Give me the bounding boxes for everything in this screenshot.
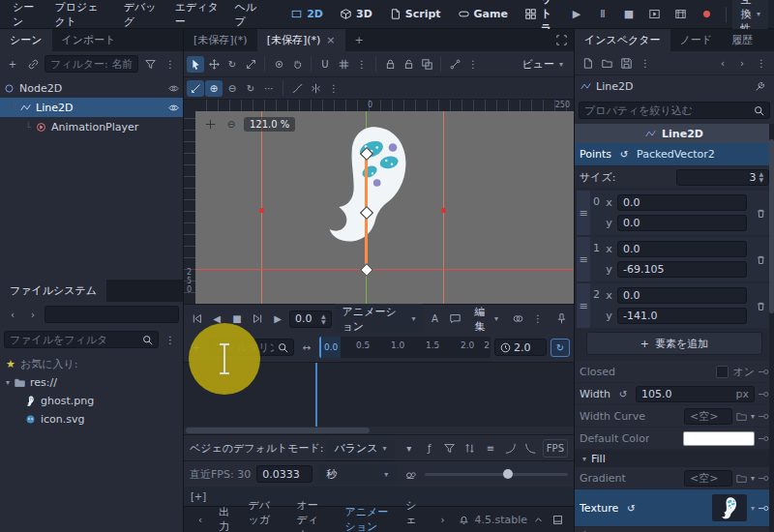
resource-more-button[interactable]: ⋮ <box>637 55 654 72</box>
timeline-ruler[interactable]: 0.0 0.5 1.0 1.5 2.0 2 <box>319 337 491 358</box>
pin-bottom-panel-button[interactable] <box>549 512 566 528</box>
tab-scene[interactable]: シーン <box>0 29 52 51</box>
drag-handle[interactable]: ≡ <box>577 237 590 281</box>
instantiate-scene-button[interactable] <box>24 56 42 73</box>
guide-dot-right[interactable] <box>441 208 446 213</box>
bottom-tab-audio[interactable]: オーディオ <box>289 495 336 532</box>
anim-more-button[interactable]: ⋮ <box>529 310 547 327</box>
tool-menu-button[interactable] <box>751 78 768 95</box>
scene-dock-more-button[interactable]: ⋮ <box>162 56 179 73</box>
extra-tool-1-button[interactable] <box>288 80 306 97</box>
go-to-start-button[interactable] <box>188 310 205 327</box>
texture-thumbnail[interactable] <box>712 494 747 521</box>
view-menu-button[interactable]: ビュー ▾ <box>514 54 571 74</box>
bezier-mode-dropdown[interactable]: バランス ▾ <box>327 438 395 458</box>
autoplay-button[interactable]: A <box>426 310 443 327</box>
canvas-2d[interactable]: ⊖ 121.0 % <box>195 111 574 304</box>
folder-icon[interactable] <box>736 473 747 484</box>
play-custom-scene-button[interactable] <box>670 5 693 24</box>
add-element-button[interactable]: + 要素を追加 <box>586 332 762 355</box>
menu-help[interactable]: ヘルプ <box>228 0 269 33</box>
property-points[interactable]: Points ↺ PackedVector2 <box>575 143 774 166</box>
panel-nav-right[interactable]: › <box>433 512 451 528</box>
property-filter-input[interactable] <box>584 104 750 117</box>
tab-node[interactable]: ノード <box>670 29 723 51</box>
edit-points-button[interactable] <box>187 80 204 97</box>
category-line2d[interactable]: Line2D <box>575 124 774 143</box>
fs-back-button[interactable]: ‹ <box>4 307 21 323</box>
play-forwards-button[interactable] <box>249 310 266 327</box>
anim-time-field[interactable]: 0.0 ▲▼ <box>289 310 332 328</box>
scrollbar-thumb[interactable] <box>186 428 370 433</box>
pause-button[interactable]: Ⅱ <box>591 5 614 24</box>
filter-tracks-button[interactable] <box>441 440 459 457</box>
favorites-row[interactable]: ★ お気に入り: <box>0 355 183 373</box>
snap-options-button[interactable]: ⋮ <box>353 56 371 73</box>
mode-2d[interactable]: 2D <box>283 4 331 24</box>
color-swatch[interactable] <box>683 431 755 446</box>
size-stepper[interactable]: ▲▼ <box>759 171 763 183</box>
scene-tab-2[interactable]: [未保存](*) × <box>257 29 345 51</box>
snap-keys-button[interactable]: ▾ <box>401 440 418 457</box>
ghost-sprite[interactable] <box>323 119 416 247</box>
pin-value-icon[interactable] <box>759 411 769 422</box>
bottom-tab-debugger[interactable]: デバッガー <box>241 495 287 532</box>
lock-button[interactable] <box>381 56 399 73</box>
revert-icon[interactable]: ↺ <box>622 500 640 517</box>
fs-path-field[interactable] <box>45 306 179 323</box>
point-options-button[interactable]: ⋯ <box>260 80 278 97</box>
point1-x-field[interactable]: 0.0 <box>617 241 747 257</box>
close-icon[interactable]: × <box>326 34 335 46</box>
playhead-line[interactable] <box>315 363 317 427</box>
fs-filter-field[interactable] <box>4 331 159 348</box>
scrollbar-thumb[interactable] <box>769 139 774 313</box>
property-filter-field[interactable] <box>579 102 770 119</box>
time-stepper[interactable]: ▲▼ <box>321 313 326 325</box>
fps-toggle-button[interactable]: FPS <box>543 439 568 458</box>
onion-skinning-button[interactable] <box>509 310 526 327</box>
tree-row-line2d[interactable]: └ Line2D <box>0 98 183 117</box>
track-list-button[interactable]: ≡ <box>482 440 499 457</box>
horizontal-scrollbar[interactable] <box>184 427 574 434</box>
add-node-button[interactable]: + <box>4 56 21 73</box>
drag-handle[interactable]: ≡ <box>577 283 590 328</box>
move-tool-button[interactable] <box>205 56 223 73</box>
sort-button[interactable] <box>461 440 479 457</box>
menu-project[interactable]: プロジェクト <box>47 0 114 33</box>
revert-icon[interactable]: ↺ <box>614 386 632 402</box>
anim-edit-menu[interactable]: 編集 ▾ <box>466 302 506 337</box>
fit-timeline-button[interactable]: ↔ <box>298 340 315 356</box>
point0-x-field[interactable]: 0.0 <box>617 194 747 211</box>
pin-animation-button[interactable] <box>552 310 570 327</box>
new-scene-tab-button[interactable]: + <box>345 29 373 51</box>
scene-tab-1[interactable]: [未保存](*) <box>184 29 257 51</box>
marker-button[interactable] <box>446 310 463 327</box>
rotate-tool-button[interactable]: ↻ <box>223 56 241 73</box>
tree-row-animationplayer[interactable]: └ AnimationPlayer <box>0 117 183 136</box>
revert-icon[interactable]: ↺ <box>615 146 633 163</box>
extra-tool-3-button[interactable]: ⋮ <box>325 80 342 97</box>
snail-button[interactable] <box>402 466 419 483</box>
closed-checkbox[interactable] <box>716 366 729 378</box>
fs-more-button[interactable]: ⋮ <box>162 332 179 348</box>
skeleton-button[interactable] <box>446 56 463 73</box>
scene-filter-field[interactable] <box>45 55 138 73</box>
function-button[interactable]: ƒ <box>421 440 438 457</box>
tab-history[interactable]: 履歴 <box>722 29 762 51</box>
loop-button[interactable]: ↻ <box>551 339 570 357</box>
visibility-eye-icon[interactable] <box>168 103 179 113</box>
chevron-down-icon[interactable]: ▾ <box>751 504 755 513</box>
visibility-eye-icon[interactable] <box>168 83 179 94</box>
pin-value-icon[interactable] <box>759 433 769 444</box>
bottom-tab-output[interactable]: 出力 <box>211 502 239 532</box>
section-fill[interactable]: ▾ Fill <box>575 450 774 467</box>
history-forward-button[interactable]: › <box>733 55 751 72</box>
mode-game[interactable]: Game <box>451 4 516 24</box>
distraction-free-button[interactable] <box>552 32 570 48</box>
point1-y-field[interactable]: -69.105 <box>617 261 747 278</box>
gradient-value-field[interactable]: <空> <box>684 470 732 487</box>
play-scene-button[interactable] <box>643 5 667 24</box>
insert-key-button[interactable]: [+] <box>190 488 207 505</box>
expand-bottom-panel-button[interactable] <box>529 512 547 528</box>
pan-view-button[interactable] <box>201 116 219 133</box>
